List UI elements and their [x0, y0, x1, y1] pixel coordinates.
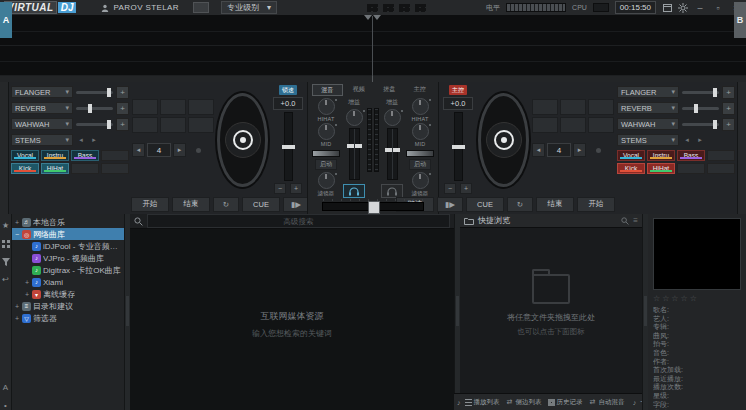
hotcue-pad[interactable] — [532, 99, 558, 115]
fx-amount-slider[interactable] — [76, 107, 113, 110]
pitch-plus-button[interactable]: + — [290, 183, 302, 194]
fx-amount-slider[interactable] — [682, 123, 719, 126]
jog-wheel[interactable] — [217, 93, 268, 187]
hotcue-pad[interactable] — [588, 117, 614, 133]
stems-page-right-icon[interactable]: ▸ — [89, 135, 99, 145]
stem-pad-kick[interactable]: Kick — [617, 163, 645, 174]
eq-high-knob[interactable] — [412, 98, 429, 115]
stem-pad-bass[interactable]: Bass — [71, 150, 99, 161]
star-icon[interactable]: ☆ — [653, 294, 660, 303]
star-icon[interactable]: ☆ — [671, 294, 678, 303]
stems-page-right-icon[interactable]: ▸ — [695, 135, 705, 145]
deck-a-tab[interactable]: A — [0, 2, 12, 38]
star-icon[interactable]: ☆ — [662, 294, 669, 303]
fx-amount-slider[interactable] — [76, 123, 113, 126]
record-indicator[interactable] — [596, 148, 601, 153]
minimize-button[interactable]: – — [694, 2, 706, 13]
fx-amount-slider[interactable] — [76, 91, 113, 94]
stem-pad-empty[interactable] — [707, 163, 735, 174]
folder-item-offline-cache[interactable]: + ▾ 离线缓存 — [12, 288, 124, 300]
fx-select-wahwah[interactable]: WAHWAH▾ — [11, 118, 73, 130]
fx-select-flanger[interactable]: FLANGER▾ — [617, 86, 679, 98]
crossfader[interactable] — [322, 202, 424, 211]
eq-mid-knob[interactable] — [318, 123, 335, 140]
loop-out-button[interactable]: 结束 — [172, 197, 210, 212]
pitch-fader[interactable] — [454, 112, 463, 181]
loop-in-button[interactable]: 开始 — [577, 197, 615, 212]
stem-pad-empty[interactable] — [707, 150, 735, 161]
sidelist-toggle-button[interactable]: ⇄ 侧边列表 — [504, 396, 544, 408]
channel-2-volume-fader[interactable] — [387, 128, 398, 180]
mode-select[interactable]: 专业级别 ▾ — [221, 1, 277, 14]
loop-double-button[interactable]: ▸ — [173, 143, 186, 157]
jog-wheel[interactable] — [478, 93, 529, 187]
stems-select[interactable]: STEMS▾ — [617, 134, 679, 146]
stem-pad-empty[interactable] — [677, 163, 705, 174]
master-deck-badge[interactable]: 主控 — [449, 85, 467, 95]
stem-pad-instru[interactable]: Instru — [647, 150, 675, 161]
loop-size-value[interactable]: 4 — [147, 143, 171, 157]
note-icon[interactable]: ♪ — [457, 398, 461, 406]
fx-add-button[interactable]: + — [116, 102, 129, 115]
fx-select-reverb[interactable]: REVERB▾ — [11, 102, 73, 114]
channel-1-volume-fader[interactable] — [349, 128, 360, 180]
maximize-button[interactable]: ▫ — [712, 2, 724, 13]
folder-item-online-music[interactable]: − ◎ 网络曲库 — [12, 228, 124, 240]
channel-1-headphones-button[interactable] — [343, 184, 365, 198]
folder-item-vjpro[interactable]: ♪ VJPro - 视频曲库 — [12, 252, 124, 264]
layout-icon[interactable] — [367, 4, 378, 12]
stem-pad-empty[interactable] — [71, 163, 99, 174]
loop-icon[interactable]: ↻ — [507, 197, 533, 212]
folder-item-idjpool[interactable]: ♪ iDJPool - 专业音频和混音 — [12, 240, 124, 252]
stem-pad-instru[interactable]: Instru — [41, 150, 69, 161]
folder-item-digitrax[interactable]: ♪ Digitrax - 卡拉OK曲库 — [12, 264, 124, 276]
pitch-plus-button[interactable]: + — [460, 183, 472, 194]
playlist-toggle-button[interactable]: 播放列表 — [463, 396, 502, 408]
fx-select-flanger[interactable]: FLANGER▾ — [11, 86, 73, 98]
pitch-minus-button[interactable]: − — [274, 183, 286, 194]
folder-item-filters[interactable]: + ▽ 筛选器 — [12, 312, 124, 324]
font-size-icon[interactable]: A — [1, 383, 10, 392]
star-icon[interactable]: ☆ — [690, 294, 697, 303]
eq-high-knob[interactable] — [318, 98, 335, 115]
fx-add-button[interactable]: + — [722, 118, 735, 131]
options-dot-icon[interactable]: • — [1, 401, 10, 410]
hotcue-pad[interactable] — [532, 117, 558, 133]
hotcue-pad[interactable] — [188, 117, 214, 133]
loop-icon[interactable]: ↻ — [213, 197, 239, 212]
loop-size-value[interactable]: 4 — [547, 143, 571, 157]
rating-stars[interactable]: ☆ ☆ ☆ ☆ ☆ — [653, 294, 741, 303]
mic-on-button[interactable]: 启动 — [409, 159, 431, 170]
fx-add-button[interactable]: + — [116, 118, 129, 131]
fx-amount-slider[interactable] — [682, 91, 719, 94]
hotcue-pad[interactable] — [188, 99, 214, 115]
views-grid-icon[interactable] — [1, 239, 10, 248]
stem-pad-empty[interactable] — [101, 150, 129, 161]
tab-mixer[interactable]: 混音 — [312, 84, 343, 96]
record-indicator[interactable] — [196, 148, 201, 153]
fx-add-button[interactable]: + — [722, 102, 735, 115]
search-input[interactable] — [147, 214, 450, 228]
layout-icon[interactable] — [383, 4, 394, 12]
folder-item-local-music[interactable]: + ♬ 本地音乐 — [12, 216, 124, 228]
favorites-star-icon[interactable]: ★ — [1, 221, 10, 230]
loop-double-button[interactable]: ▸ — [573, 143, 586, 157]
gain-knob[interactable] — [346, 109, 363, 126]
search-icon[interactable] — [621, 217, 629, 225]
user-account-button[interactable]: PAROV STELAR — [100, 3, 179, 13]
mic-on-button[interactable]: 启动 — [315, 159, 337, 170]
hotcue-pad[interactable] — [560, 117, 586, 133]
loop-out-button[interactable]: 结束 — [536, 197, 574, 212]
pitch-minus-button[interactable]: − — [444, 183, 456, 194]
fx-add-button[interactable]: + — [116, 86, 129, 99]
play-pause-button[interactable]: ▮▶ — [437, 197, 463, 212]
filter-knob[interactable] — [412, 172, 429, 189]
keylock-badge[interactable]: 锁速 — [279, 85, 297, 95]
star-icon[interactable]: ☆ — [681, 294, 688, 303]
folder-item-catalogs[interactable]: + ≡ 目录和建议 — [12, 300, 124, 312]
tab-scratch[interactable]: 搓盘 — [375, 84, 404, 94]
gear-icon[interactable] — [678, 3, 688, 13]
calendar-icon[interactable] — [662, 3, 672, 13]
waveform-display[interactable] — [0, 16, 746, 76]
stem-pad-hihat[interactable]: HiHat — [41, 163, 69, 174]
